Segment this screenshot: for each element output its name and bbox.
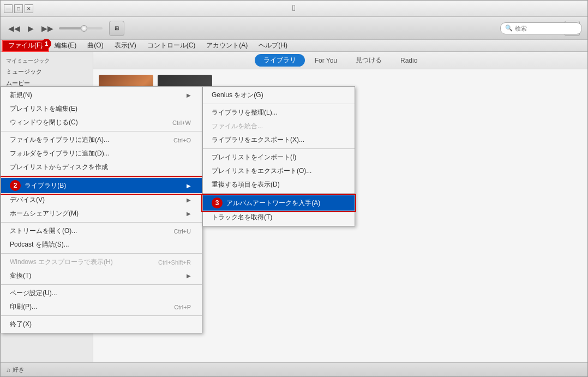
tab-discover[interactable]: 見つける bbox=[347, 54, 391, 67]
arrow-lib-icon: ▶ bbox=[187, 183, 191, 189]
library-submenu: Genius をオン(G) ライブラリを整理(L)... ファイルを統合... … bbox=[202, 86, 355, 226]
search-icon: 🔍 bbox=[505, 25, 513, 32]
search-box[interactable]: 🔍 bbox=[500, 22, 582, 34]
menu-subscribe-podcast[interactable]: Podcast を購読(S)... bbox=[1, 238, 202, 252]
arrow-icon: ▶ bbox=[187, 92, 191, 98]
menu-show-explorer: Windows エクスプローラで表示(H) Ctrl+Shift+R bbox=[1, 255, 202, 269]
separator-2 bbox=[1, 176, 202, 176]
submenu-genius-on[interactable]: Genius をオン(G) bbox=[203, 88, 355, 102]
menubar-help[interactable]: ヘルプ(H) bbox=[253, 40, 293, 52]
file-menu-label: ファイル(F) bbox=[8, 41, 43, 50]
submenu-get-track-names[interactable]: トラック名を取得(T) bbox=[203, 211, 355, 224]
sub-sep-1 bbox=[203, 104, 355, 104]
toolbar: ◀◀ ▶ ▶▶ ⊞ ☰ 🔍 bbox=[1, 17, 587, 40]
sub-sep-2 bbox=[203, 148, 355, 149]
sidebar-item-music[interactable]: ミュージック bbox=[1, 66, 93, 77]
file-dropdown: 新規(N) ▶ プレイリストを編集(E) ウィンドウを閉じる(C) Ctrl+W… bbox=[1, 86, 202, 333]
menu-add-file[interactable]: ファイルをライブラリに追加(A)... Ctrl+O bbox=[1, 133, 202, 147]
tab-radio[interactable]: Radio bbox=[392, 55, 426, 66]
main-content: マイミュージック ミュージック ムービー TV番組 Podcast プレイリスト… bbox=[1, 52, 587, 362]
menu-home-sharing[interactable]: ホームシェアリング(M) ▶ bbox=[1, 207, 202, 220]
menu-library[interactable]: 2 ライブラリ(B) ▶ bbox=[1, 178, 202, 193]
submenu-import-playlist[interactable]: プレイリストをインポート(I) bbox=[203, 151, 355, 164]
submenu-export-playlist[interactable]: プレイリストをエクスポート(O)... bbox=[203, 164, 355, 178]
menu-open-stream[interactable]: ストリームを開く(O)... Ctrl+U bbox=[1, 224, 202, 238]
minimize-button[interactable]: — bbox=[4, 4, 13, 13]
menubar-file[interactable]: ファイル(F) 1 bbox=[2, 40, 49, 52]
submenu-show-duplicates[interactable]: 重複する項目を表示(D) bbox=[203, 178, 355, 192]
arrow-homesharing-icon: ▶ bbox=[187, 211, 191, 217]
maximize-button[interactable]: □ bbox=[14, 4, 23, 13]
menu-quit[interactable]: 終了(X) bbox=[1, 318, 202, 331]
menu-edit-playlist[interactable]: プレイリストを編集(E) bbox=[1, 102, 202, 116]
separator-4 bbox=[1, 253, 202, 254]
menu-close-window[interactable]: ウィンドウを閉じる(C) Ctrl+W bbox=[1, 116, 202, 129]
search-input[interactable] bbox=[515, 25, 577, 32]
menubar-edit[interactable]: 編集(E) bbox=[49, 40, 82, 52]
volume-slider[interactable] bbox=[59, 27, 103, 29]
itunes-window: — □ ✕  ◀◀ ▶ ▶▶ ⊞ ☰ 🔍 bbox=[0, 0, 588, 377]
volume-thumb bbox=[81, 25, 87, 32]
menubar-controls[interactable]: コントロール(C) bbox=[142, 40, 201, 52]
title-bar: — □ ✕  bbox=[1, 1, 587, 17]
artwork-badge: 3 bbox=[212, 198, 223, 208]
menubar: ファイル(F) 1 編集(E) 曲(O) 表示(V) コントロール(C) アカウ… bbox=[1, 40, 587, 52]
menu-page-setup[interactable]: ページ設定(U)... bbox=[1, 286, 202, 300]
close-button[interactable]: ✕ bbox=[25, 4, 33, 13]
submenu-export-library[interactable]: ライブラリをエクスポート(X)... bbox=[203, 133, 355, 147]
library-badge: 2 bbox=[10, 180, 21, 191]
separator-6 bbox=[1, 315, 202, 316]
note-icon-bottom: ♫ bbox=[6, 367, 10, 373]
submenu-get-artwork[interactable]: 3 アルバムアートワークを入手(A) bbox=[203, 195, 355, 211]
display-button[interactable]: ⊞ bbox=[109, 21, 124, 36]
apple-logo:  bbox=[292, 3, 296, 13]
menu-add-folder[interactable]: フォルダをライブラリに追加(D)... bbox=[1, 147, 202, 160]
sub-sep-3 bbox=[203, 193, 355, 194]
file-badge: 1 bbox=[41, 39, 51, 49]
menu-convert[interactable]: 変換(T) ▶ bbox=[1, 269, 202, 283]
separator-3 bbox=[1, 222, 202, 223]
menu-create-disc[interactable]: プレイリストからディスクを作成 bbox=[1, 160, 202, 174]
submenu-organize[interactable]: ライブラリを整理(L)... bbox=[203, 106, 355, 119]
sidebar-section-mymusic: マイミュージック bbox=[1, 54, 93, 66]
tabs-bar: ライブラリ For You 見つける Radio bbox=[93, 52, 587, 69]
separator-5 bbox=[1, 284, 202, 285]
menubar-view[interactable]: 表示(V) bbox=[109, 40, 142, 52]
menubar-song[interactable]: 曲(O) bbox=[82, 40, 109, 52]
tab-foryou[interactable]: For You bbox=[306, 55, 346, 66]
prev-button[interactable]: ◀◀ bbox=[6, 23, 22, 34]
menu-devices[interactable]: デバイス(V) ▶ bbox=[1, 193, 202, 207]
arrow-devices-icon: ▶ bbox=[187, 197, 191, 203]
submenu-consolidate: ファイルを統合... bbox=[203, 119, 355, 133]
arrow-convert-icon: ▶ bbox=[187, 273, 191, 279]
display-icon: ⊞ bbox=[115, 25, 119, 31]
bottom-bar: ♫ 好き bbox=[1, 362, 587, 376]
tab-library[interactable]: ライブラリ bbox=[255, 54, 305, 67]
separator-1 bbox=[1, 131, 202, 131]
bottom-status: 好き bbox=[13, 366, 25, 374]
menu-new[interactable]: 新規(N) ▶ bbox=[1, 88, 202, 102]
menubar-account[interactable]: アカウント(A) bbox=[201, 40, 253, 52]
next-button[interactable]: ▶▶ bbox=[39, 23, 56, 34]
play-button[interactable]: ▶ bbox=[26, 23, 36, 34]
menu-print[interactable]: 印刷(P)... Ctrl+P bbox=[1, 300, 202, 314]
